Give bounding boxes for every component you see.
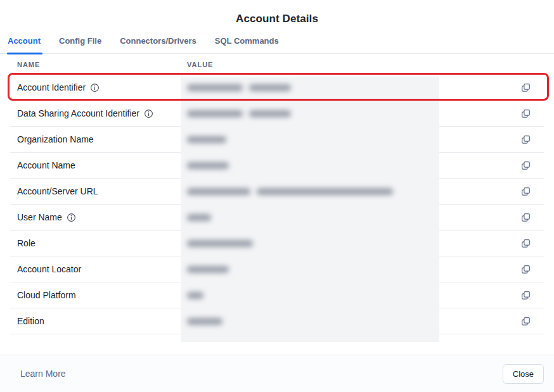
copy-button[interactable]: [519, 288, 532, 302]
redacted-value-blob: [187, 318, 222, 325]
redacted-value-blob: [249, 84, 291, 91]
table-row: Organization Name: [10, 127, 544, 153]
column-header-name: NAME: [10, 61, 187, 68]
copy-button[interactable]: [519, 314, 532, 328]
copy-icon: [521, 187, 531, 196]
row-label: Data Sharing Account Identifier: [17, 108, 139, 118]
row-label: Organization Name: [17, 134, 94, 144]
table-row: Role: [10, 231, 544, 256]
copy-icon: [521, 109, 531, 118]
copy-icon: [521, 265, 531, 274]
dialog-footer: Learn More Close: [0, 355, 554, 392]
redacted-value-blob: [187, 136, 226, 143]
info-icon[interactable]: [90, 83, 100, 92]
copy-button[interactable]: [519, 236, 532, 250]
table-row: Data Sharing Account Identifier: [10, 101, 544, 127]
info-icon[interactable]: [67, 213, 76, 222]
copy-icon: [521, 161, 531, 170]
row-label: User Name: [17, 212, 62, 222]
table-row: Account Identifier: [10, 75, 544, 101]
row-value-redacted: [187, 84, 519, 91]
copy-button[interactable]: [519, 80, 532, 94]
copy-button[interactable]: [519, 158, 532, 172]
table-header: NAME VALUE: [10, 54, 544, 75]
table-row: User Name: [10, 205, 544, 231]
redacted-value-blob: [249, 110, 291, 117]
redacted-value-blob: [187, 214, 211, 221]
copy-icon: [521, 317, 531, 326]
copy-icon: [521, 291, 531, 300]
table-row: Edition: [10, 308, 544, 334]
table-body: Account Identifier Data Sharing Account …: [10, 75, 544, 334]
row-value-redacted: [187, 162, 519, 169]
redacted-value-blob: [187, 292, 203, 299]
row-value-redacted: [187, 318, 519, 325]
learn-more-link[interactable]: Learn More: [20, 369, 66, 379]
copy-button[interactable]: [519, 184, 532, 198]
row-label: Cloud Platform: [17, 290, 76, 300]
row-value-redacted: [187, 188, 519, 195]
tab-config-file[interactable]: Config File: [58, 34, 102, 53]
row-value-redacted: [187, 266, 519, 273]
copy-icon: [521, 239, 531, 248]
redacted-value-blob: [187, 162, 229, 169]
redacted-value-blob: [187, 266, 229, 273]
table-row: Account/Server URL: [10, 179, 544, 205]
row-value-redacted: [187, 110, 519, 117]
tab-account[interactable]: Account: [7, 34, 41, 53]
row-value-redacted: [187, 214, 519, 221]
row-label: Account Name: [17, 160, 75, 170]
redacted-value-blob: [187, 84, 243, 91]
table-row: Account Locator: [10, 256, 544, 282]
redacted-value-blob: [187, 110, 243, 117]
table-row: Cloud Platform: [10, 282, 544, 308]
info-icon[interactable]: [144, 109, 153, 118]
copy-button[interactable]: [519, 132, 532, 146]
column-header-value: VALUE: [187, 61, 213, 68]
row-value-redacted: [187, 136, 519, 143]
account-details-table: NAME VALUE Account Identifier: [10, 54, 544, 334]
row-label: Account/Server URL: [17, 186, 98, 196]
row-label: Edition: [17, 316, 44, 326]
copy-icon: [521, 213, 531, 222]
row-label: Account Identifier: [17, 82, 86, 92]
copy-button[interactable]: [519, 262, 532, 276]
copy-button[interactable]: [519, 210, 532, 224]
redacted-value-blob: [187, 240, 253, 247]
row-label: Role: [17, 238, 35, 248]
redacted-value-blob: [257, 188, 393, 195]
table-row: Account Name: [10, 153, 544, 179]
tab-bar: AccountConfig FileConnectors/DriversSQL …: [0, 34, 554, 54]
page-title: Account Details: [0, 0, 554, 25]
row-value-redacted: [187, 292, 519, 299]
account-details-dialog: Account Details AccountConfig FileConnec…: [0, 0, 554, 392]
tab-sql-commands[interactable]: SQL Commands: [214, 34, 280, 53]
copy-icon: [521, 135, 531, 144]
close-button[interactable]: Close: [503, 364, 544, 384]
redacted-value-blob: [187, 188, 250, 195]
row-label: Account Locator: [17, 264, 81, 274]
tab-connectors-drivers[interactable]: Connectors/Drivers: [119, 34, 197, 53]
row-value-redacted: [187, 240, 519, 247]
copy-icon: [521, 83, 531, 92]
copy-button[interactable]: [519, 106, 532, 120]
